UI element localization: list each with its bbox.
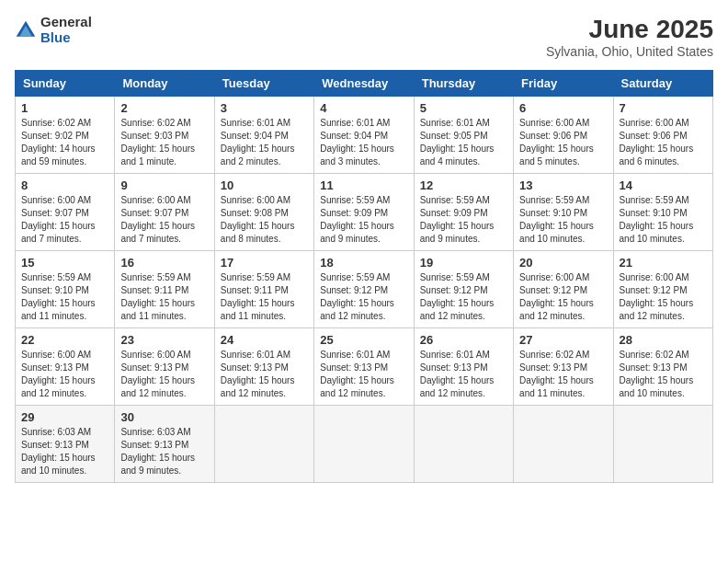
- table-row: 25 Sunrise: 6:01 AM Sunset: 9:13 PM Dayl…: [314, 328, 414, 406]
- day-number: 18: [320, 256, 407, 270]
- day-info: Sunrise: 6:03 AM Sunset: 9:13 PM Dayligh…: [120, 426, 208, 477]
- table-row: 9 Sunrise: 6:00 AM Sunset: 9:07 PM Dayli…: [115, 174, 214, 251]
- day-number: 12: [420, 178, 507, 192]
- day-info: Sunrise: 5:59 AM Sunset: 9:10 PM Dayligh…: [620, 194, 707, 246]
- day-number: 22: [21, 333, 108, 347]
- day-number: 15: [21, 256, 108, 270]
- col-friday: Friday: [514, 71, 613, 97]
- table-row: 11 Sunrise: 5:59 AM Sunset: 9:09 PM Dayl…: [314, 174, 414, 251]
- table-row: 7 Sunrise: 6:00 AM Sunset: 9:06 PM Dayli…: [613, 97, 712, 174]
- empty-cell: [314, 406, 414, 483]
- table-row: 2 Sunrise: 6:02 AM Sunset: 9:03 PM Dayli…: [115, 97, 214, 174]
- day-number: 1: [21, 101, 108, 115]
- logo-text: General Blue: [40, 15, 92, 45]
- table-row: 16 Sunrise: 5:59 AM Sunset: 9:11 PM Dayl…: [115, 251, 214, 328]
- calendar-week-1: 1 Sunrise: 6:02 AM Sunset: 9:02 PM Dayli…: [16, 97, 713, 174]
- day-info: Sunrise: 5:59 AM Sunset: 9:11 PM Dayligh…: [221, 271, 308, 323]
- logo: General Blue: [15, 15, 92, 45]
- day-info: Sunrise: 6:00 AM Sunset: 9:12 PM Dayligh…: [519, 271, 607, 323]
- table-row: 13 Sunrise: 5:59 AM Sunset: 9:10 PM Dayl…: [514, 174, 613, 251]
- day-info: Sunrise: 6:02 AM Sunset: 9:03 PM Dayligh…: [120, 117, 208, 168]
- col-monday: Monday: [115, 71, 214, 97]
- table-row: 6 Sunrise: 6:00 AM Sunset: 9:06 PM Dayli…: [514, 97, 613, 174]
- table-row: 23 Sunrise: 6:00 AM Sunset: 9:13 PM Dayl…: [115, 328, 214, 406]
- table-row: 3 Sunrise: 6:01 AM Sunset: 9:04 PM Dayli…: [214, 97, 313, 174]
- table-row: 27 Sunrise: 6:02 AM Sunset: 9:13 PM Dayl…: [514, 328, 613, 406]
- day-number: 7: [620, 101, 707, 115]
- day-info: Sunrise: 6:01 AM Sunset: 9:13 PM Dayligh…: [221, 349, 308, 400]
- day-info: Sunrise: 5:59 AM Sunset: 9:11 PM Dayligh…: [120, 271, 208, 323]
- day-info: Sunrise: 6:02 AM Sunset: 9:13 PM Dayligh…: [620, 349, 707, 400]
- table-row: 26 Sunrise: 6:01 AM Sunset: 9:13 PM Dayl…: [414, 328, 513, 406]
- day-number: 11: [320, 178, 407, 192]
- table-row: 17 Sunrise: 5:59 AM Sunset: 9:11 PM Dayl…: [214, 251, 313, 328]
- calendar-week-4: 22 Sunrise: 6:00 AM Sunset: 9:13 PM Dayl…: [16, 328, 713, 406]
- day-number: 2: [120, 101, 208, 115]
- location-text: Sylvania, Ohio, United States: [546, 44, 713, 59]
- empty-cell: [214, 406, 313, 483]
- table-row: 18 Sunrise: 5:59 AM Sunset: 9:12 PM Dayl…: [314, 251, 414, 328]
- col-wednesday: Wednesday: [314, 71, 414, 97]
- day-info: Sunrise: 6:01 AM Sunset: 9:05 PM Dayligh…: [420, 117, 507, 168]
- table-row: 1 Sunrise: 6:02 AM Sunset: 9:02 PM Dayli…: [16, 97, 115, 174]
- day-info: Sunrise: 6:00 AM Sunset: 9:07 PM Dayligh…: [21, 194, 108, 246]
- day-info: Sunrise: 6:01 AM Sunset: 9:04 PM Dayligh…: [320, 117, 407, 168]
- day-info: Sunrise: 6:00 AM Sunset: 9:13 PM Dayligh…: [21, 349, 108, 400]
- table-row: 30 Sunrise: 6:03 AM Sunset: 9:13 PM Dayl…: [115, 406, 214, 483]
- calendar-table: Sunday Monday Tuesday Wednesday Thursday…: [15, 70, 713, 483]
- day-number: 21: [620, 256, 707, 270]
- day-number: 20: [519, 256, 607, 270]
- day-number: 13: [519, 178, 607, 192]
- table-row: 5 Sunrise: 6:01 AM Sunset: 9:05 PM Dayli…: [414, 97, 513, 174]
- day-info: Sunrise: 5:59 AM Sunset: 9:09 PM Dayligh…: [420, 194, 507, 246]
- day-info: Sunrise: 5:59 AM Sunset: 9:12 PM Dayligh…: [320, 271, 407, 323]
- col-tuesday: Tuesday: [214, 71, 313, 97]
- table-row: 8 Sunrise: 6:00 AM Sunset: 9:07 PM Dayli…: [16, 174, 115, 251]
- month-title: June 2025: [546, 15, 713, 44]
- col-thursday: Thursday: [414, 71, 513, 97]
- day-number: 14: [620, 178, 707, 192]
- day-number: 30: [120, 410, 208, 424]
- day-number: 29: [21, 410, 108, 424]
- calendar-week-3: 15 Sunrise: 5:59 AM Sunset: 9:10 PM Dayl…: [16, 251, 713, 328]
- day-number: 27: [519, 333, 607, 347]
- day-number: 5: [420, 101, 507, 115]
- day-info: Sunrise: 6:02 AM Sunset: 9:13 PM Dayligh…: [519, 349, 607, 400]
- day-info: Sunrise: 5:59 AM Sunset: 9:12 PM Dayligh…: [420, 271, 507, 323]
- day-info: Sunrise: 6:00 AM Sunset: 9:08 PM Dayligh…: [221, 194, 308, 246]
- day-number: 24: [221, 333, 308, 347]
- col-saturday: Saturday: [613, 71, 712, 97]
- day-number: 6: [519, 101, 607, 115]
- table-row: 29 Sunrise: 6:03 AM Sunset: 9:13 PM Dayl…: [16, 406, 115, 483]
- day-number: 19: [420, 256, 507, 270]
- day-number: 26: [420, 333, 507, 347]
- day-number: 9: [120, 178, 208, 192]
- day-info: Sunrise: 6:00 AM Sunset: 9:13 PM Dayligh…: [120, 349, 208, 400]
- logo-icon: [15, 19, 37, 41]
- table-row: 21 Sunrise: 6:00 AM Sunset: 9:12 PM Dayl…: [613, 251, 712, 328]
- page-header: General Blue June 2025 Sylvania, Ohio, U…: [15, 15, 713, 59]
- day-number: 25: [320, 333, 407, 347]
- table-row: 22 Sunrise: 6:00 AM Sunset: 9:13 PM Dayl…: [16, 328, 115, 406]
- day-info: Sunrise: 6:00 AM Sunset: 9:06 PM Dayligh…: [519, 117, 607, 168]
- table-row: 12 Sunrise: 5:59 AM Sunset: 9:09 PM Dayl…: [414, 174, 513, 251]
- day-info: Sunrise: 5:59 AM Sunset: 9:10 PM Dayligh…: [519, 194, 607, 246]
- day-info: Sunrise: 6:00 AM Sunset: 9:06 PM Dayligh…: [620, 117, 707, 168]
- day-info: Sunrise: 6:00 AM Sunset: 9:07 PM Dayligh…: [120, 194, 208, 246]
- empty-cell: [514, 406, 613, 483]
- table-row: 4 Sunrise: 6:01 AM Sunset: 9:04 PM Dayli…: [314, 97, 414, 174]
- table-row: 28 Sunrise: 6:02 AM Sunset: 9:13 PM Dayl…: [613, 328, 712, 406]
- day-info: Sunrise: 6:02 AM Sunset: 9:02 PM Dayligh…: [21, 117, 108, 168]
- empty-cell: [613, 406, 712, 483]
- day-number: 3: [221, 101, 308, 115]
- logo-general-text: General: [40, 15, 92, 30]
- table-row: 10 Sunrise: 6:00 AM Sunset: 9:08 PM Dayl…: [214, 174, 313, 251]
- calendar-week-5: 29 Sunrise: 6:03 AM Sunset: 9:13 PM Dayl…: [16, 406, 713, 483]
- day-info: Sunrise: 5:59 AM Sunset: 9:09 PM Dayligh…: [320, 194, 407, 246]
- day-info: Sunrise: 6:03 AM Sunset: 9:13 PM Dayligh…: [21, 426, 108, 477]
- day-number: 28: [620, 333, 707, 347]
- day-info: Sunrise: 6:01 AM Sunset: 9:13 PM Dayligh…: [420, 349, 507, 400]
- day-info: Sunrise: 6:00 AM Sunset: 9:12 PM Dayligh…: [620, 271, 707, 323]
- table-row: 14 Sunrise: 5:59 AM Sunset: 9:10 PM Dayl…: [613, 174, 712, 251]
- day-number: 17: [221, 256, 308, 270]
